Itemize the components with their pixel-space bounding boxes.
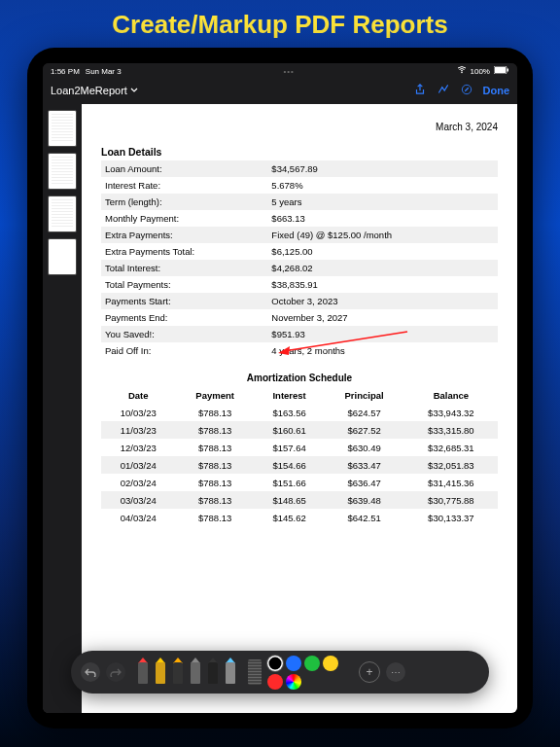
pen-tools xyxy=(137,658,236,687)
detail-label: Total Interest: xyxy=(101,260,267,276)
ipad-frame: 1:56 PM Sun Mar 3 ••• 100% Loan2MeReport xyxy=(27,48,533,729)
promo-title: Create/Markup PDF Reports xyxy=(0,0,560,48)
detail-value: $34,567.89 xyxy=(267,160,498,177)
document-page: March 3, 2024 Loan Details Loan Amount:$… xyxy=(82,104,517,713)
document-title-label: Loan2MeReport xyxy=(51,85,127,96)
battery-icon xyxy=(494,66,509,76)
detail-value: Fixed (49) @ $125.00 /month xyxy=(267,227,498,243)
status-time: 1:56 PM xyxy=(51,67,80,76)
table-row: 02/03/24$788.13$151.66$636.47$31,415.36 xyxy=(101,474,498,491)
page-thumbnail[interactable] xyxy=(48,153,77,190)
table-row: 12/03/23$788.13$157.64$630.49$32,685.31 xyxy=(101,439,498,456)
redo-button[interactable] xyxy=(106,662,125,682)
detail-value: November 3, 2027 xyxy=(267,309,498,326)
page-thumbnail-rail[interactable] xyxy=(43,104,82,713)
detail-label: Payments End: xyxy=(101,309,267,326)
detail-value: 5 years xyxy=(267,194,498,210)
undo-button[interactable] xyxy=(81,662,100,682)
svg-rect-3 xyxy=(507,69,508,72)
table-row: 11/03/23$788.13$160.61$627.52$33,315.80 xyxy=(101,421,498,439)
status-bar: 1:56 PM Sun Mar 3 ••• 100% xyxy=(43,63,517,79)
table-row: 04/03/24$788.13$145.62$642.51$30,133.37 xyxy=(101,509,498,526)
wifi-icon xyxy=(457,66,467,76)
amortization-table: DatePaymentInterestPrincipalBalance 10/0… xyxy=(101,387,498,526)
detail-label: Extra Payments: xyxy=(101,227,267,243)
detail-label: Payments Start: xyxy=(101,293,267,309)
color-palette xyxy=(267,656,353,690)
detail-label: Interest Rate: xyxy=(101,177,267,194)
detail-label: Loan Amount: xyxy=(101,160,267,177)
color-swatch[interactable] xyxy=(304,656,320,671)
pen-tool-icon[interactable] xyxy=(460,83,473,98)
table-row: 01/03/24$788.13$154.66$633.47$32,051.83 xyxy=(101,456,498,474)
share-icon[interactable] xyxy=(413,83,427,98)
svg-rect-2 xyxy=(495,67,506,73)
ipad-screen: 1:56 PM Sun Mar 3 ••• 100% Loan2MeReport xyxy=(43,63,517,713)
detail-value: $6,125.00 xyxy=(267,243,498,260)
document-title[interactable]: Loan2MeReport xyxy=(51,85,138,96)
column-header: Balance xyxy=(404,387,498,404)
column-header: Date xyxy=(101,387,175,404)
schedule-header: Amortization Schedule xyxy=(101,373,498,383)
done-button[interactable]: Done xyxy=(483,85,510,96)
detail-value: $4,268.02 xyxy=(267,260,498,276)
pen-tool[interactable] xyxy=(207,658,219,687)
loan-details-table: Loan Amount:$34,567.89Interest Rate:5.67… xyxy=(101,160,498,359)
document-viewport[interactable]: March 3, 2024 Loan Details Loan Amount:$… xyxy=(82,104,517,713)
detail-label: Term (length): xyxy=(101,194,267,210)
ruler-tool[interactable] xyxy=(248,659,262,685)
nav-bar: Loan2MeReport Done xyxy=(43,79,517,104)
loan-details-header: Loan Details xyxy=(101,146,498,158)
detail-value: October 3, 2023 xyxy=(267,293,498,309)
color-swatch[interactable] xyxy=(267,656,283,671)
more-options-button[interactable]: ⋯ xyxy=(386,662,405,682)
detail-value: $38,835.91 xyxy=(267,276,498,293)
color-swatch[interactable] xyxy=(323,656,338,671)
pen-tool[interactable] xyxy=(225,658,236,687)
detail-label: Monthly Payment: xyxy=(101,210,267,227)
column-header: Principal xyxy=(324,387,403,404)
table-row: 03/03/24$788.13$148.65$639.48$30,775.88 xyxy=(101,491,498,509)
column-header: Interest xyxy=(255,387,325,404)
detail-label: Extra Payments Total: xyxy=(101,243,267,260)
page-thumbnail[interactable] xyxy=(48,110,77,147)
table-row: 10/03/23$788.13$163.56$624.57$33,943.32 xyxy=(101,404,498,421)
pen-tool[interactable] xyxy=(172,658,184,687)
add-annotation-button[interactable]: + xyxy=(359,661,380,683)
svg-point-0 xyxy=(461,72,463,74)
detail-label: Paid Off In: xyxy=(101,342,267,359)
report-date: March 3, 2024 xyxy=(101,122,498,132)
color-swatch[interactable] xyxy=(286,656,301,671)
page-thumbnail[interactable] xyxy=(48,238,77,275)
detail-label: You Saved!: xyxy=(101,326,267,342)
detail-value: $951.93 xyxy=(267,326,498,342)
detail-value: $663.13 xyxy=(267,210,498,227)
home-indicator-dots: ••• xyxy=(283,67,294,76)
detail-value: 5.678% xyxy=(267,177,498,194)
markup-toolbar: + ⋯ xyxy=(71,651,489,694)
color-picker-button[interactable] xyxy=(286,674,301,690)
status-date: Sun Mar 3 xyxy=(86,67,122,76)
content-area: March 3, 2024 Loan Details Loan Amount:$… xyxy=(43,104,517,713)
detail-label: Total Payments: xyxy=(101,276,267,293)
battery-percent: 100% xyxy=(471,67,490,76)
color-swatch[interactable] xyxy=(267,674,283,690)
detail-value: 4 years, 2 months xyxy=(267,342,498,359)
page-thumbnail[interactable] xyxy=(48,196,77,232)
column-header: Payment xyxy=(175,387,254,404)
pen-tool[interactable] xyxy=(137,658,149,687)
chevron-down-icon xyxy=(130,88,138,93)
pen-tool[interactable] xyxy=(155,658,166,687)
pen-tool[interactable] xyxy=(190,658,201,687)
markup-icon[interactable] xyxy=(437,83,450,98)
